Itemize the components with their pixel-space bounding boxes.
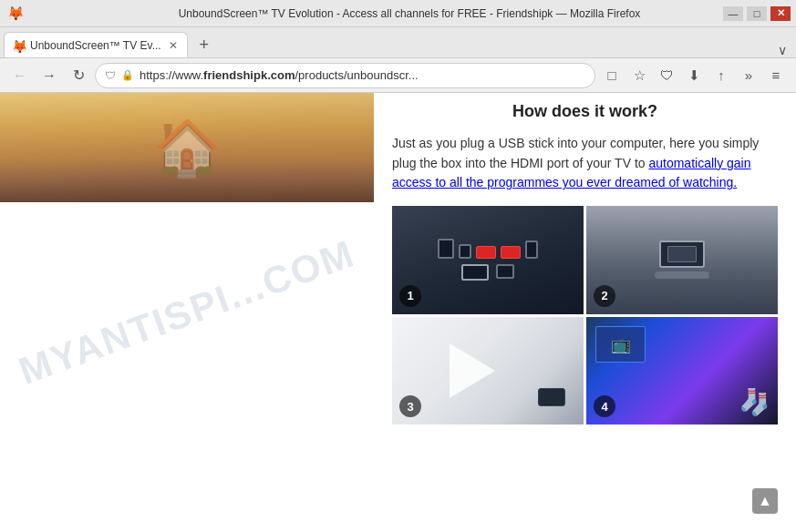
- reload-button[interactable]: ↻: [66, 63, 91, 88]
- step-4-image: 📺 🧦 4: [586, 317, 778, 425]
- title-bar: 🦊 UnboundScreen™ TV Evolution - Access a…: [0, 0, 796, 27]
- active-tab[interactable]: 🦊 UnboundScreen™ TV Ev... ✕: [4, 32, 188, 57]
- menu-button[interactable]: ≡: [763, 63, 789, 88]
- how-it-works-paragraph: Just as you plug a USB stick into your c…: [392, 134, 778, 193]
- step-4-number: 4: [594, 395, 615, 417]
- maximize-button[interactable]: □: [747, 6, 767, 21]
- step-1-image: 1: [392, 206, 584, 314]
- download-button[interactable]: ⬇: [681, 63, 707, 88]
- firefox-favicon: 🦊: [7, 5, 25, 22]
- container-icon-button[interactable]: □: [599, 63, 625, 88]
- address-bar[interactable]: 🛡 🔒 https://www.friendshipk.com/products…: [95, 63, 595, 88]
- tab-close-button[interactable]: ✕: [167, 39, 180, 52]
- hero-image: 🏠: [0, 93, 374, 202]
- page-content: 🏠 MYANTISPI...COM How does it work? Just…: [0, 93, 796, 532]
- window-title: UnboundScreen™ TV Evolution - Access all…: [30, 7, 789, 20]
- back-button[interactable]: ←: [7, 63, 33, 88]
- lock-icon: 🔒: [121, 69, 134, 81]
- main-content: How does it work? Just as you plug a USB…: [374, 93, 796, 532]
- window-controls: — □ ✕: [723, 6, 791, 21]
- bookmark-star-button[interactable]: ☆: [626, 63, 652, 88]
- minimize-button[interactable]: —: [723, 6, 743, 21]
- nav-bar: ← → ↻ 🛡 🔒 https://www.friendshipk.com/pr…: [0, 58, 796, 93]
- pocket-button[interactable]: 🛡: [654, 63, 679, 88]
- shield-info-icon: 🛡: [105, 69, 116, 82]
- tab-chevron[interactable]: ∨: [772, 43, 792, 57]
- arrow-icon: [450, 343, 495, 398]
- forward-button[interactable]: →: [36, 63, 62, 88]
- watermark: MYANTISPI...COM: [14, 231, 361, 394]
- step-2-image: 2: [586, 206, 778, 314]
- step-3-image: 3: [392, 317, 584, 425]
- address-text: https://www.friendshipk.com/products/unb…: [140, 68, 585, 82]
- tab-title: UnboundScreen™ TV Ev...: [30, 39, 161, 52]
- nav-right-icons: □ ☆ 🛡 ⬇ ↑ » ≡: [599, 63, 789, 88]
- step-2-number: 2: [594, 285, 615, 307]
- share-button[interactable]: ↑: [708, 63, 734, 88]
- tab-favicon: 🦊: [12, 39, 25, 52]
- step-1-number: 1: [399, 285, 421, 307]
- section-title: How does it work?: [392, 102, 778, 121]
- left-content-area: 🏠 MYANTISPI...COM: [0, 93, 374, 532]
- step-3-number: 3: [399, 395, 421, 417]
- new-tab-button[interactable]: +: [191, 32, 217, 57]
- steps-image-grid: 1 2 3: [392, 206, 778, 425]
- tab-bar: 🦊 UnboundScreen™ TV Ev... ✕ + ∨: [0, 27, 796, 58]
- more-tools-button[interactable]: »: [736, 63, 761, 88]
- close-button[interactable]: ✕: [770, 6, 791, 21]
- scroll-to-top-button[interactable]: ▲: [752, 488, 778, 514]
